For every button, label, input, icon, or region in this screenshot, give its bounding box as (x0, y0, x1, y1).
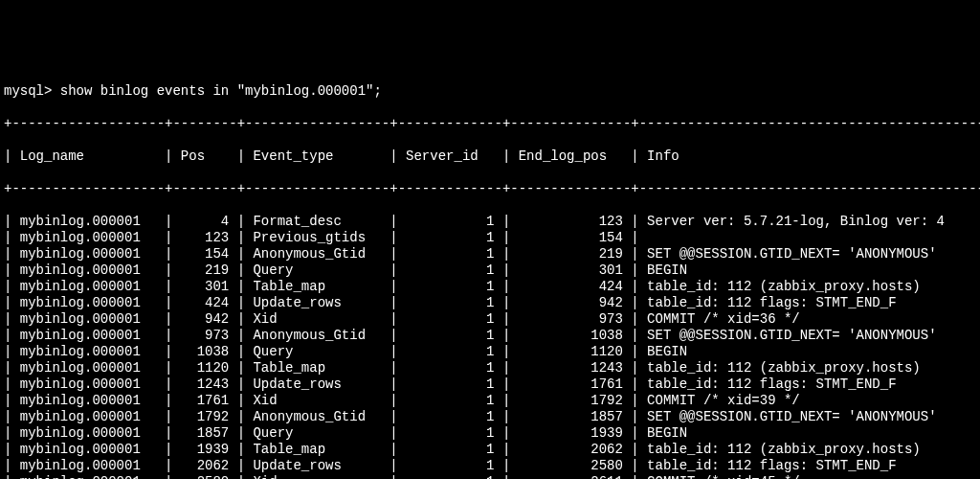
terminal-output: mysql> show binlog events in "mybinlog.0… (0, 65, 980, 479)
table-header: | Log_name | Pos | Event_type | Server_i… (4, 148, 976, 165)
table-border-mid: +-------------------+--------+----------… (4, 181, 976, 197)
table-body: | mybinlog.000001 | 4 | Format_desc | 1 … (4, 214, 976, 479)
sql-prompt[interactable]: mysql> show binlog events in "mybinlog.0… (4, 83, 976, 100)
table-border-top: +-------------------+--------+----------… (4, 116, 976, 132)
